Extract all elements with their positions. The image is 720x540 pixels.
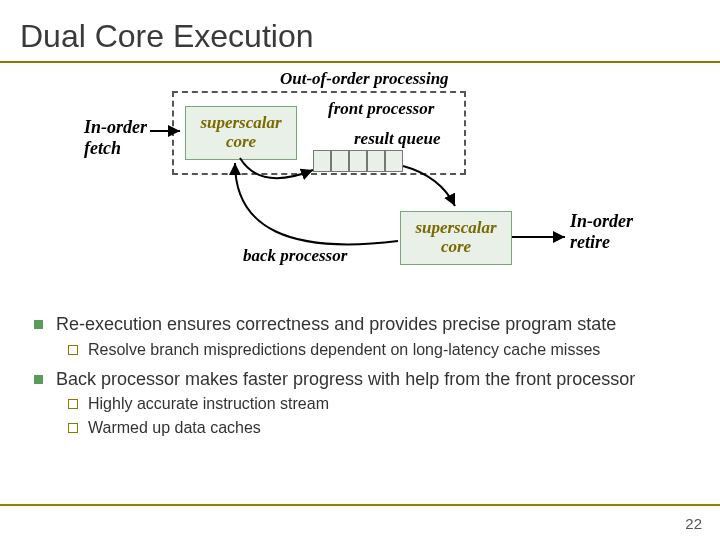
bullet-text: Warmed up data caches [88, 419, 261, 436]
bullet-1: Re-execution ensures correctness and pro… [34, 313, 690, 336]
body-content: Re-execution ensures correctness and pro… [0, 301, 720, 438]
sub-bullet-2-1: Highly accurate instruction stream [68, 394, 690, 414]
sub-bullet-2-2: Warmed up data caches [68, 418, 690, 438]
arrows [80, 71, 640, 301]
bullet-text: Back processor makes faster progress wit… [56, 369, 635, 389]
bullet-2: Back processor makes faster progress wit… [34, 368, 690, 391]
hollow-square-bullet-icon [68, 399, 78, 409]
bullet-text: Resolve branch mispredictions dependent … [88, 341, 600, 358]
footer-rule [0, 504, 720, 506]
hollow-square-bullet-icon [68, 345, 78, 355]
square-bullet-icon [34, 320, 43, 329]
title-rule [0, 61, 720, 63]
bullet-text: Highly accurate instruction stream [88, 395, 329, 412]
bullet-text: Re-execution ensures correctness and pro… [56, 314, 616, 334]
sub-bullet-1-1: Resolve branch mispredictions dependent … [68, 340, 690, 360]
slide: Dual Core Execution In-order fetch Out-o… [0, 0, 720, 540]
slide-title: Dual Core Execution [0, 0, 720, 61]
diagram: In-order fetch Out-of-order processing s… [80, 71, 640, 301]
hollow-square-bullet-icon [68, 423, 78, 433]
square-bullet-icon [34, 375, 43, 384]
page-number: 22 [685, 515, 702, 532]
